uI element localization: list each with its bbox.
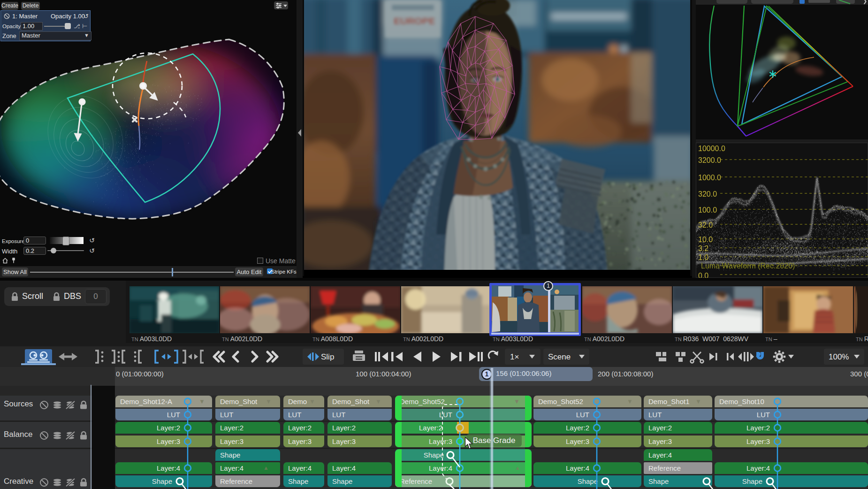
svg-text:1000.0: 1000.0	[698, 174, 721, 182]
svg-text:Slip: Slip	[321, 352, 334, 361]
svg-text:100.0: 100.0	[698, 206, 717, 214]
svg-text:0.0: 0.0	[698, 272, 708, 278]
svg-text:10.0: 10.0	[698, 236, 713, 244]
svg-text:100%: 100%	[829, 352, 849, 361]
svg-text:1.0: 1.0	[698, 253, 708, 261]
svg-text:Luma Waveform (Rec.2020): Luma Waveform (Rec.2020)	[701, 262, 795, 270]
svg-text:3200.0: 3200.0	[698, 156, 721, 164]
svg-text:10000.0: 10000.0	[698, 145, 725, 153]
svg-text:32.0: 32.0	[698, 221, 713, 229]
svg-text:320.0: 320.0	[698, 190, 717, 198]
svg-text:3.2: 3.2	[698, 244, 708, 252]
svg-text:1×: 1×	[510, 352, 519, 361]
svg-text:Scene: Scene	[548, 352, 571, 361]
